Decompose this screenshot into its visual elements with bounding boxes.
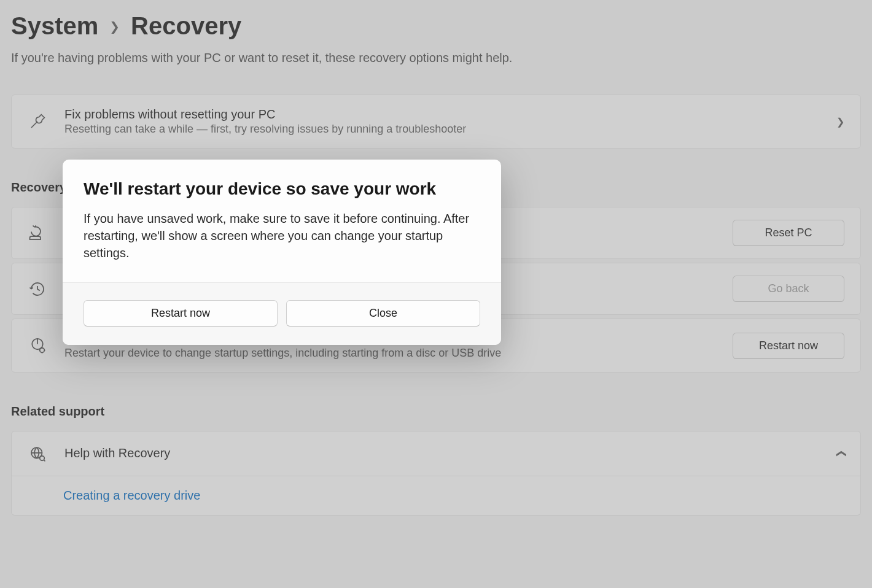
dialog-body-text: If you have unsaved work, make sure to s… — [84, 210, 480, 261]
restart-dialog: We'll restart your device so save your w… — [63, 160, 501, 345]
dialog-close-button[interactable]: Close — [286, 300, 480, 327]
dialog-restart-button[interactable]: Restart now — [84, 300, 278, 327]
dialog-title: We'll restart your device so save your w… — [84, 179, 480, 199]
